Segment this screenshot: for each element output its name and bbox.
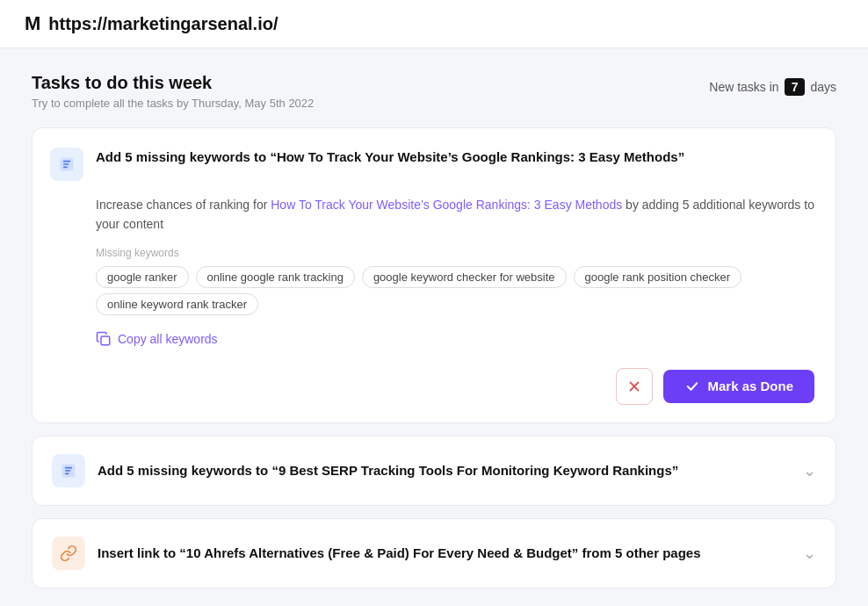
task-description-1: Increase chances of ranking for How To T… [96, 195, 814, 234]
task-title-1: Add 5 missing keywords to “How To Track … [96, 148, 814, 166]
task-header-1: Add 5 missing keywords to “How To Track … [50, 148, 814, 181]
task-icon-1 [50, 148, 83, 181]
checkmark-icon [684, 379, 700, 394]
keyword-tag-0: google ranker [96, 266, 189, 288]
new-tasks-badge: New tasks in 7 days [709, 78, 836, 96]
copy-keywords-label: Copy all keywords [118, 332, 218, 346]
task-footer-1: Mark as Done [50, 368, 814, 405]
task-expanded-1: Add 5 missing keywords to “How To Track … [33, 128, 835, 422]
keywords-row: google ranker online google rank trackin… [96, 266, 814, 288]
task-icon-2 [52, 454, 85, 487]
missing-keywords-label: Missing keywords [96, 247, 814, 259]
chevron-down-icon-2: ⌄ [803, 461, 816, 480]
mark-done-label: Mark as Done [707, 379, 793, 393]
site-url: https://marketingarsenal.io/ [48, 14, 278, 34]
task-card-3[interactable]: Insert link to “10 Ahrefs Alternatives (… [32, 518, 836, 588]
days-count: 7 [785, 78, 806, 96]
copy-icon [96, 331, 112, 347]
dismiss-button[interactable] [616, 368, 653, 405]
task-left-2: Add 5 missing keywords to “9 Best SERP T… [52, 454, 803, 487]
page-subtitle: Try to complete all the tasks by Thursda… [32, 97, 314, 110]
copy-keywords-button[interactable]: Copy all keywords [96, 331, 218, 347]
task-body-1: Increase chances of ranking for How To T… [50, 195, 814, 350]
chevron-down-icon-3: ⌄ [803, 544, 816, 563]
keywords-row-2: online keyword rank tracker [96, 293, 814, 315]
task-card-1: Add 5 missing keywords to “How To Track … [32, 127, 836, 423]
desc-prefix: Increase chances of ranking for [96, 198, 271, 212]
header-row: Tasks to do this week Try to complete al… [32, 73, 836, 110]
logo-m: M [25, 12, 40, 35]
task-collapsed-3[interactable]: Insert link to “10 Ahrefs Alternatives (… [33, 519, 835, 588]
keyword-tag-1: online google rank tracking [196, 266, 355, 288]
keyword-tag-4: online keyword rank tracker [96, 293, 258, 315]
mark-done-button[interactable]: Mark as Done [663, 370, 814, 403]
main-content: Tasks to do this week Try to complete al… [0, 48, 868, 606]
days-suffix: days [810, 80, 836, 94]
page-title: Tasks to do this week [32, 73, 314, 93]
desc-link[interactable]: How To Track Your Website’s Google Ranki… [271, 198, 622, 212]
keyword-tag-2: google keyword checker for website [362, 266, 567, 288]
task-icon-3 [52, 537, 85, 570]
task-title-3: Insert link to “10 Ahrefs Alternatives (… [98, 544, 803, 562]
svg-rect-1 [101, 336, 110, 345]
task-title-2: Add 5 missing keywords to “9 Best SERP T… [98, 461, 803, 480]
task-left-3: Insert link to “10 Ahrefs Alternatives (… [52, 537, 803, 570]
keyword-tag-3: google rank position checker [574, 266, 742, 288]
page-header-left: Tasks to do this week Try to complete al… [32, 73, 314, 110]
new-tasks-label: New tasks in [709, 80, 778, 94]
task-collapsed-2[interactable]: Add 5 missing keywords to “9 Best SERP T… [33, 436, 835, 505]
x-icon [626, 379, 642, 394]
task-card-2[interactable]: Add 5 missing keywords to “9 Best SERP T… [32, 436, 836, 506]
top-bar: M https://marketingarsenal.io/ [0, 0, 868, 48]
